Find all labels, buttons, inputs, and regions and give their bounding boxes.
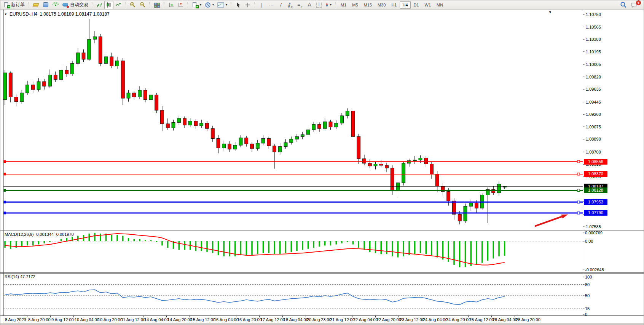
candle-body <box>110 57 113 66</box>
vertical-line-icon: | <box>261 2 262 7</box>
candle-body <box>217 139 220 148</box>
level-handle[interactable] <box>577 189 580 191</box>
candle-body <box>413 160 416 161</box>
templates-button[interactable]: ▾ <box>216 1 229 9</box>
level-handle[interactable] <box>577 173 580 175</box>
toolbar-separator <box>163 1 166 9</box>
level-handle[interactable] <box>3 160 6 163</box>
zoom-in-button[interactable] <box>128 1 137 9</box>
fibonacci-icon: ≡ <box>297 2 300 7</box>
candlestick-chart-button[interactable] <box>104 1 113 9</box>
level-handle[interactable] <box>3 201 6 203</box>
autotrading-button[interactable]: 自动交易 <box>61 1 90 9</box>
community-button[interactable] <box>41 1 51 9</box>
candle-body <box>206 123 209 128</box>
level-handle[interactable] <box>577 160 580 163</box>
text-label-icon: T <box>316 2 321 8</box>
timeframe-button-m30[interactable]: M30 <box>375 1 388 9</box>
candle-body <box>143 90 147 100</box>
level-handle[interactable] <box>3 211 6 214</box>
dropdown-icon[interactable]: ▾ <box>200 3 201 6</box>
indicators-button[interactable]: + ▾ <box>190 1 203 9</box>
candle-body <box>396 183 400 191</box>
vertical-line-button[interactable]: | <box>257 1 266 9</box>
timeframe-button-w1[interactable]: W1 <box>422 1 434 9</box>
candle-body <box>76 53 80 63</box>
level-handle[interactable] <box>3 189 6 192</box>
candle-body <box>430 164 434 174</box>
arrows-tool-button[interactable]: ▲ ▼ ▾ <box>324 1 333 9</box>
candle-body <box>31 85 35 90</box>
timeframe-button-h1[interactable]: H1 <box>389 1 399 9</box>
search-icon[interactable] <box>620 2 627 8</box>
timeframe-button-m15[interactable]: M15 <box>361 1 375 9</box>
community-icon <box>43 2 49 8</box>
toolbar-separator <box>334 1 337 9</box>
latest-bar-marker[interactable]: ▼ <box>548 10 552 14</box>
chart-region[interactable]: 1.107501.105651.103801.101951.100051.098… <box>0 10 644 323</box>
candle-body <box>301 134 304 136</box>
candle-body <box>54 75 57 79</box>
trendline-button[interactable]: / <box>276 1 285 9</box>
candle-body <box>402 163 405 183</box>
dropdown-icon[interactable]: ▾ <box>330 3 332 6</box>
timeframe-button-m1[interactable]: M1 <box>338 1 349 9</box>
tile-windows-button[interactable] <box>152 1 162 9</box>
candle-body <box>295 136 299 139</box>
equidistant-channel-button[interactable]: ∥ E <box>286 1 295 9</box>
macd-label: MACD(12,26,9) -0.001344 -0.001970 <box>5 232 74 237</box>
crosshair-button[interactable] <box>243 1 252 9</box>
toolbar-separator <box>230 1 233 9</box>
chart-shift-icon <box>178 2 184 8</box>
cursor-button[interactable] <box>234 1 243 9</box>
toolbar-separator <box>27 1 30 9</box>
title-collapse-icon[interactable]: ▼ <box>4 13 7 16</box>
candle-body <box>37 82 40 90</box>
level-handle[interactable] <box>3 173 6 175</box>
text-tool-button[interactable]: A <box>305 1 314 9</box>
candle-body <box>26 85 29 93</box>
candle-body <box>318 125 321 129</box>
auto-scroll-button[interactable] <box>167 1 176 9</box>
dropdown-icon[interactable]: ▾ <box>226 3 227 6</box>
candle-body <box>155 95 158 110</box>
line-chart-button[interactable] <box>114 1 123 9</box>
level-handle[interactable] <box>577 212 580 214</box>
zoom-in-icon <box>129 2 136 8</box>
candle-body <box>71 63 74 74</box>
fibonacci-button[interactable]: ≡ F <box>295 1 304 9</box>
candle-body <box>453 201 456 214</box>
dropdown-icon[interactable]: ▾ <box>212 3 214 6</box>
zoom-out-button[interactable] <box>138 1 147 9</box>
candle-body <box>374 164 377 166</box>
candle-body <box>127 93 130 98</box>
candle-body <box>363 158 366 163</box>
chart-ohlc-values: 1.08175 1.08189 1.08147 1.08187 <box>40 11 110 17</box>
chat-icon[interactable]: 1 <box>631 2 639 8</box>
arrows-icon: ▲ ▼ <box>325 3 328 7</box>
chart-shift-button[interactable] <box>176 1 185 9</box>
level-handle[interactable] <box>577 201 580 203</box>
candle-body <box>121 61 124 98</box>
market-watch-button[interactable] <box>31 1 41 9</box>
candle-body <box>278 147 282 152</box>
timeframe-button-h4[interactable]: H4 <box>400 1 410 9</box>
timeframe-button-m5[interactable]: M5 <box>349 1 360 9</box>
chart-canvas[interactable] <box>0 10 644 323</box>
candle-body <box>267 139 271 146</box>
bar-chart-button[interactable] <box>95 1 104 9</box>
candle-body <box>312 125 316 130</box>
arrow-annotation[interactable] <box>536 216 564 226</box>
new-order-button[interactable]: + 新订单 <box>2 1 26 9</box>
candle-body <box>132 93 136 97</box>
candle-body <box>379 164 383 165</box>
new-order-icon: + <box>3 2 10 8</box>
periods-button[interactable]: ▾ <box>203 1 215 9</box>
horizontal-line-button[interactable]: — <box>267 1 276 9</box>
timeframe-button-mn[interactable]: MN <box>434 1 446 9</box>
candle-body <box>104 57 108 64</box>
arrow-annotation-head[interactable] <box>561 215 568 219</box>
timeframe-button-d1[interactable]: D1 <box>411 1 422 9</box>
signals-button[interactable] <box>51 1 61 9</box>
text-label-button[interactable]: T <box>314 1 324 9</box>
